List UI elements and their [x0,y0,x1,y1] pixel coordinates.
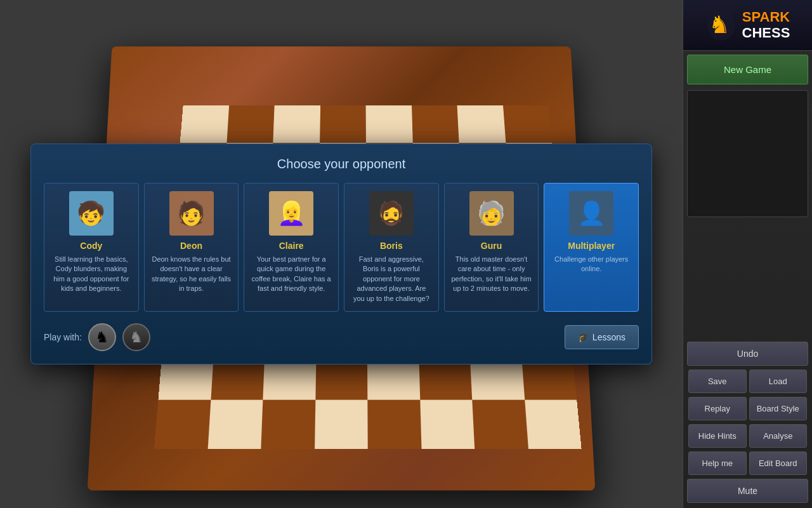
modal-overlay: Choose your opponent 🧒 Cody Still learni… [0,0,683,508]
black-piece-option[interactable]: ♞ [122,323,150,351]
avatar-multiplayer: 👤 [569,191,613,236]
save-button[interactable]: Save [688,370,747,393]
board-style-button[interactable]: Board Style [749,397,808,420]
opponent-card-boris[interactable]: 🧔 Boris Fast and aggressive, Boris is a … [344,183,439,312]
opponent-desc-guru: This old master doesn't care about time … [451,255,532,294]
svg-text:♞: ♞ [709,11,730,38]
white-piece-option[interactable]: ♞ [88,323,116,351]
replay-boardstyle-row: Replay Board Style [687,397,808,420]
hide-hints-button[interactable]: Hide Hints [688,424,747,448]
opponent-name-multiplayer: Multiplayer [551,241,632,251]
undo-button[interactable]: Undo [687,342,808,366]
play-with-label: Play with: [44,332,82,342]
opponent-name-deon: Deon [151,241,232,251]
opponent-card-multiplayer[interactable]: 👤 Multiplayer Challenge other players on… [544,183,639,312]
board-area: Choose your opponent 🧒 Cody Still learni… [0,0,683,508]
avatar-emoji-boris: 🧔 [377,191,405,236]
white-knight-icon: ♞ [95,328,109,346]
hints-analyse-row: Hide Hints Analyse [687,424,808,448]
knight-logo-svg: ♞ [706,9,737,42]
opponent-name-claire: Claire [251,241,332,251]
logo-chess: CHESS [742,25,790,41]
mute-button[interactable]: Mute [687,479,808,503]
opponent-name-guru: Guru [451,241,532,251]
avatar-deon: 🧑 [169,191,214,236]
opponent-card-cody[interactable]: 🧒 Cody Still learning the basics, Cody b… [44,183,139,312]
sidebar: ♞ SPARK CHESS New Game Undo Save Load Re… [683,0,812,508]
avatar-emoji-deon: 🧑 [177,191,206,236]
avatar-boris: 🧔 [369,191,414,236]
opponent-modal: Choose your opponent 🧒 Cody Still learni… [30,144,652,364]
logo-text: SPARK CHESS [742,10,790,40]
lessons-button[interactable]: 🎓 Lessons [565,325,639,349]
opponent-name-boris: Boris [351,241,432,251]
replay-button[interactable]: Replay [688,397,747,420]
spark-chess-logo: ♞ SPARK CHESS [705,8,790,43]
avatar-emoji-multiplayer: 👤 [577,191,606,236]
avatar-cody: 🧒 [69,191,114,236]
avatar-claire: 👱‍♀️ [269,191,313,236]
logo-spark: SPARK [742,10,790,25]
edit-board-button[interactable]: Edit Board [749,451,808,475]
opponent-desc-multiplayer: Challenge other players online. [551,255,632,274]
opponent-desc-boris: Fast and aggressive, Boris is a powerful… [351,255,432,304]
black-knight-icon: ♞ [129,328,143,346]
play-with-section: Play with: ♞ ♞ [44,323,150,351]
help-me-button[interactable]: Help me [688,451,747,475]
opponent-card-guru[interactable]: 🧓 Guru This old master doesn't care abou… [444,183,539,312]
opponent-name-cody: Cody [51,241,132,251]
opponent-desc-cody: Still learning the basics, Cody blunders… [51,255,132,294]
analyse-button[interactable]: Analyse [749,424,808,448]
help-edit-row: Help me Edit Board [687,451,808,475]
opponent-desc-claire: Your best partner for a quick game durin… [251,255,332,294]
opponent-desc-deon: Deon knows the rules but doesn't have a … [151,255,232,294]
avatar-emoji-guru: 🧓 [477,191,506,236]
avatar-emoji-cody: 🧒 [77,191,105,236]
opponent-card-deon[interactable]: 🧑 Deon Deon knows the rules but doesn't … [144,183,239,312]
avatar-emoji-claire: 👱‍♀️ [277,191,306,236]
opponent-card-claire[interactable]: 👱‍♀️ Claire Your best partner for a quic… [244,183,339,312]
avatar-guru: 🧓 [469,191,514,236]
game-info-panel [687,90,808,217]
load-button[interactable]: Load [749,370,808,393]
save-load-row: Save Load [687,370,808,393]
modal-footer: Play with: ♞ ♞ 🎓 Lessons [44,323,639,351]
logo-icon: ♞ [705,8,737,43]
sidebar-header: ♞ SPARK CHESS [683,0,812,51]
modal-title: Choose your opponent [44,157,639,171]
sidebar-spacer [683,219,812,340]
graduation-icon: 🎓 [578,332,589,342]
opponents-grid: 🧒 Cody Still learning the basics, Cody b… [44,183,639,312]
new-game-button[interactable]: New Game [687,55,808,84]
